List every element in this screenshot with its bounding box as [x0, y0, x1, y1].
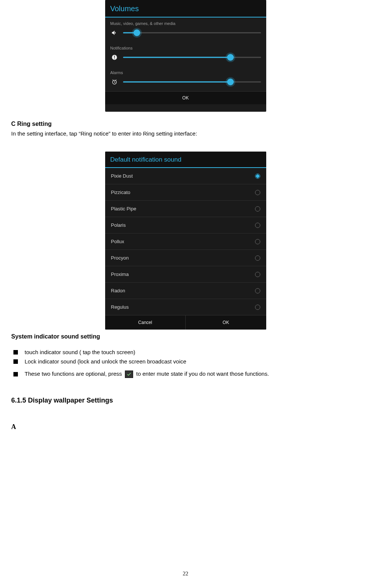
alarm-volume-slider[interactable] [123, 79, 261, 85]
notification-sound-screenshot: Default notification sound Pixie Dust Pi… [105, 152, 266, 330]
alarm-icon [110, 78, 119, 86]
volume-section-alarms: Alarms [105, 67, 266, 91]
sound-option[interactable]: Pizzicato [105, 184, 266, 201]
volume-label: Alarms [105, 67, 266, 75]
sound-option[interactable]: Pollux [105, 233, 266, 250]
square-bullet-icon [13, 372, 18, 376]
notification-volume-slider[interactable] [123, 54, 261, 61]
bullet-item: These two functions are optional, press … [11, 371, 360, 378]
radio-icon [255, 206, 260, 212]
system-indicator-heading: System indicator sound setting [11, 333, 360, 340]
volume-section-notifications: Notifications [105, 42, 266, 67]
volumes-screenshot: Volumes Music, video, games, & other med… [105, 0, 266, 112]
bullet-item: Lock indicator sound (lock and unlock th… [11, 358, 360, 365]
bullet-text: Lock indicator sound (lock and unlock th… [25, 358, 186, 365]
square-bullet-icon [13, 350, 18, 355]
radio-icon [255, 288, 260, 293]
square-bullet-icon [13, 359, 18, 364]
bullet-text: These two functions are optional, press … [25, 371, 269, 378]
notif-sound-title: Default notification sound [105, 152, 266, 168]
radio-selected-icon [255, 174, 260, 179]
sound-option[interactable]: Plastic Pipe [105, 201, 266, 217]
sound-name: Pollux [111, 239, 124, 244]
sound-option[interactable]: Regulus [105, 299, 266, 315]
sound-option[interactable]: Polaris [105, 217, 266, 233]
sound-option[interactable]: Radon [105, 283, 266, 299]
ok-button[interactable]: OK [105, 91, 266, 104]
sound-option[interactable]: Pixie Dust [105, 168, 266, 184]
sound-option[interactable]: Procyon [105, 250, 266, 266]
svg-rect-1 [114, 56, 115, 58]
media-volume-slider[interactable] [123, 29, 261, 36]
display-settings-heading: 6.1.5 Display wallpaper Settings [11, 397, 360, 404]
volume-label: Notifications [105, 42, 266, 50]
bullet-item: touch indicator sound ( tap the touch sc… [11, 349, 360, 355]
volume-section-media: Music, video, games, & other media [105, 18, 266, 42]
radio-icon [255, 223, 260, 228]
radio-icon [255, 305, 260, 310]
ring-setting-intro: In the setting interface, tap “Ring noti… [11, 130, 360, 137]
sound-name: Regulus [111, 304, 129, 310]
cancel-button[interactable]: Cancel [105, 315, 186, 330]
sound-name: Plastic Pipe [111, 206, 136, 212]
volumes-title: Volumes [105, 0, 266, 18]
sound-name: Radon [111, 288, 125, 293]
radio-icon [255, 190, 260, 195]
bullet-list: touch indicator sound ( tap the touch sc… [11, 349, 360, 378]
svg-rect-2 [114, 58, 115, 59]
radio-icon [255, 255, 260, 261]
checkbox-icon [125, 371, 133, 378]
radio-icon [255, 239, 260, 244]
sound-name: Procyon [111, 255, 129, 261]
sound-name: Pizzicato [111, 190, 131, 195]
radio-icon [255, 272, 260, 277]
ring-setting-heading: C Ring setting [11, 121, 360, 127]
ok-button[interactable]: OK [186, 315, 266, 330]
page-number: 22 [0, 570, 371, 577]
volume-label: Music, video, games, & other media [105, 18, 266, 26]
sound-name: Polaris [111, 222, 126, 228]
speaker-icon [110, 29, 119, 37]
bullet-text: touch indicator sound ( tap the touch sc… [25, 349, 135, 355]
sound-name: Pixie Dust [111, 173, 133, 179]
sound-name: Proxima [111, 271, 129, 277]
sound-option[interactable]: Proxima [105, 266, 266, 283]
subsection-a: A [11, 423, 360, 431]
exclamation-icon [110, 53, 119, 61]
